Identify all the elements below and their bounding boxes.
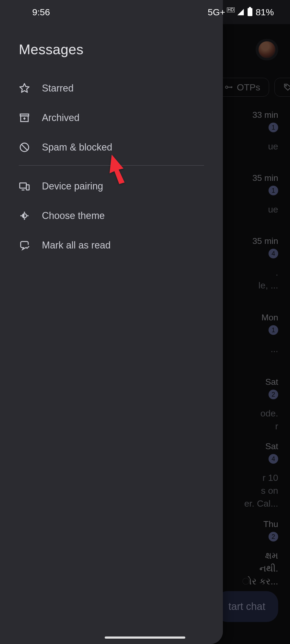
drawer-title: Messages [0, 41, 223, 57]
mark-read-icon [19, 240, 30, 251]
star-icon [19, 83, 30, 94]
svg-rect-7 [26, 185, 29, 190]
drawer-item-label: Mark all as read [42, 240, 111, 251]
svg-line-5 [21, 144, 28, 151]
block-icon [19, 142, 30, 153]
network-type: 5G+ [208, 7, 225, 17]
signal-icon [237, 9, 244, 15]
drawer-item-mark-read[interactable]: Mark all as read [0, 230, 223, 260]
archive-icon [19, 112, 30, 123]
battery-percent: 81% [256, 7, 274, 17]
drawer-item-archived[interactable]: Archived [0, 103, 223, 133]
devices-icon [19, 181, 30, 192]
nav-handle[interactable] [105, 636, 185, 639]
drawer-item-label: Device pairing [42, 181, 103, 192]
theme-icon [19, 210, 30, 221]
hd-badge: HD [227, 8, 235, 12]
svg-rect-6 [20, 183, 27, 188]
status-bar: 9:56 5G+ HD 81% [0, 0, 290, 24]
drawer-item-label: Spam & blocked [42, 142, 112, 153]
navigation-drawer: Messages Starred Archived Spam & blocked… [0, 24, 223, 644]
drawer-item-starred[interactable]: Starred [0, 74, 223, 103]
drawer-item-label: Starred [42, 83, 74, 94]
drawer-item-theme[interactable]: Choose theme [0, 201, 223, 230]
drawer-item-label: Archived [42, 112, 79, 123]
drawer-item-label: Choose theme [42, 210, 105, 221]
status-time: 9:56 [32, 7, 50, 17]
battery-icon [248, 8, 252, 16]
annotation-pointer-arrow [107, 155, 131, 185]
